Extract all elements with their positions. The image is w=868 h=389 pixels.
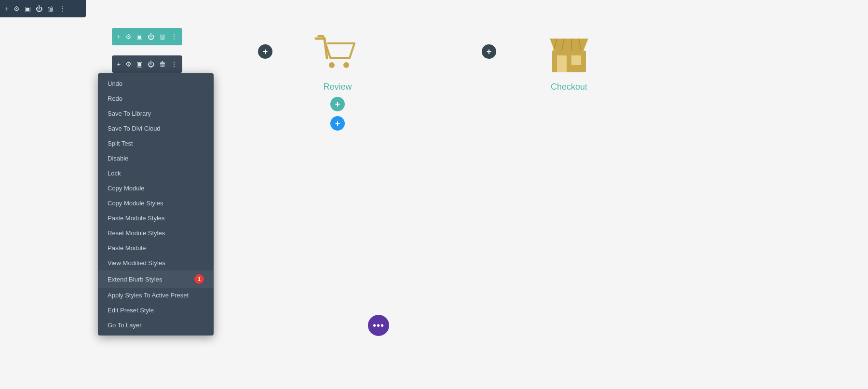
menu-item-edit-preset-style[interactable]: Edit Preset Style	[98, 303, 214, 318]
more-icon-dark[interactable]: ⋮	[170, 59, 178, 69]
menu-item-view-modified-styles[interactable]: View Modified Styles	[98, 255, 214, 270]
menu-item-label: Save To Library	[108, 110, 151, 117]
add-button-top-center[interactable]: +	[258, 44, 272, 59]
svg-point-0	[329, 62, 335, 68]
cart-icon	[313, 29, 362, 77]
menu-item-label: Paste Module	[108, 244, 146, 252]
menu-item-badge: 1	[194, 274, 204, 284]
menu-item-extend-blurb-styles[interactable]: Extend Blurb Styles1	[98, 270, 214, 288]
menu-item-go-to-layer[interactable]: Go To Layer	[98, 318, 214, 333]
menu-item-label: Edit Preset Style	[108, 307, 154, 314]
menu-item-save-to-library[interactable]: Save To Library	[98, 106, 214, 121]
menu-item-label: Copy Module	[108, 185, 145, 192]
dots-icon: •••	[373, 320, 384, 331]
add-icon-green[interactable]: +	[116, 32, 122, 41]
svg-rect-3	[557, 55, 567, 72]
green-toolbar: + ⚙ ▣ ⏻ 🗑 ⋮	[112, 28, 182, 45]
menu-item-paste-module[interactable]: Paste Module	[98, 241, 214, 255]
menu-item-label: Lock	[108, 170, 121, 177]
power-icon[interactable]: ⏻	[35, 4, 43, 13]
menu-item-label: Apply Styles To Active Preset	[108, 292, 189, 299]
menu-item-undo[interactable]: Undo	[98, 76, 214, 91]
canvas: + ⚙ ▣ ⏻ 🗑 ⋮ + ⚙ ▣ ⏻ 🗑 ⋮ UndoRedoSave To …	[0, 0, 868, 389]
svg-point-1	[343, 62, 349, 68]
menu-item-label: Copy Module Styles	[108, 200, 163, 207]
menu-item-save-to-divi-cloud[interactable]: Save To Divi Cloud	[98, 121, 214, 136]
menu-item-label: Extend Blurb Styles	[108, 276, 162, 283]
top-toolbar: + ⚙ ▣ ⏻ 🗑 ⋮	[0, 0, 86, 17]
gear-icon-dark[interactable]: ⚙	[124, 59, 133, 69]
menu-item-label: Disable	[108, 155, 128, 162]
more-icon-green[interactable]: ⋮	[170, 32, 178, 41]
duplicate-icon[interactable]: ▣	[24, 4, 32, 13]
dark-sub-toolbar: + ⚙ ▣ ⏻ 🗑 ⋮	[112, 55, 182, 73]
menu-item-label: Undo	[108, 80, 122, 87]
menu-item-label: View Modified Styles	[108, 259, 165, 267]
more-icon[interactable]: ⋮	[58, 4, 67, 13]
add-button-middle[interactable]: +	[482, 44, 496, 59]
duplicate-icon-green[interactable]: ▣	[136, 32, 144, 41]
context-menu: UndoRedoSave To LibrarySave To Divi Clou…	[98, 73, 214, 335]
menu-item-reset-module-styles[interactable]: Reset Module Styles	[98, 226, 214, 241]
menu-item-label: Split Test	[108, 140, 133, 147]
review-section: Review + +	[313, 29, 362, 131]
trash-icon[interactable]: 🗑	[46, 4, 55, 13]
menu-item-redo[interactable]: Redo	[98, 91, 214, 106]
dots-menu-button[interactable]: •••	[368, 315, 389, 336]
trash-icon-green[interactable]: 🗑	[158, 32, 167, 41]
menu-item-lock[interactable]: Lock	[98, 166, 214, 181]
power-icon-dark[interactable]: ⏻	[147, 59, 155, 69]
menu-item-label: Paste Module Styles	[108, 215, 165, 222]
menu-item-apply-styles-to-active-preset[interactable]: Apply Styles To Active Preset	[98, 288, 214, 303]
menu-item-copy-module[interactable]: Copy Module	[98, 181, 214, 196]
menu-item-label: Reset Module Styles	[108, 229, 165, 237]
store-icon	[545, 29, 593, 77]
power-icon-green[interactable]: ⏻	[147, 32, 155, 41]
menu-item-label: Save To Divi Cloud	[108, 125, 161, 132]
gear-icon-green[interactable]: ⚙	[124, 32, 133, 41]
menu-item-split-test[interactable]: Split Test	[98, 136, 214, 151]
add-icon[interactable]: +	[4, 4, 10, 13]
svg-rect-4	[571, 55, 581, 65]
menu-item-label: Go To Layer	[108, 322, 142, 329]
menu-item-label: Redo	[108, 95, 122, 102]
add-button-review-blue[interactable]: +	[330, 116, 345, 131]
add-button-review-teal[interactable]: +	[330, 97, 345, 111]
menu-item-disable[interactable]: Disable	[98, 151, 214, 166]
checkout-label: Checkout	[551, 82, 587, 92]
add-icon-dark[interactable]: +	[116, 59, 122, 69]
checkout-section: Checkout	[545, 29, 593, 92]
trash-icon-dark[interactable]: 🗑	[158, 59, 167, 69]
gear-icon[interactable]: ⚙	[13, 4, 21, 13]
duplicate-icon-dark[interactable]: ▣	[136, 59, 144, 69]
menu-item-paste-module-styles[interactable]: Paste Module Styles	[98, 211, 214, 226]
review-label: Review	[323, 82, 352, 92]
menu-item-copy-module-styles[interactable]: Copy Module Styles	[98, 196, 214, 211]
